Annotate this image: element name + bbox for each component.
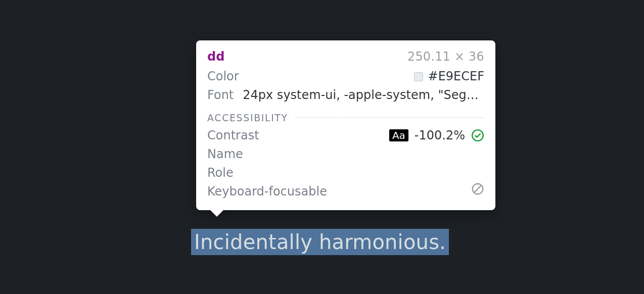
color-value: #E9ECEF	[414, 67, 484, 86]
svg-line-2	[474, 185, 481, 192]
color-swatch-icon	[414, 72, 423, 81]
svg-point-0	[472, 130, 483, 141]
color-label: Color	[207, 67, 239, 86]
acc-name-label: Name	[207, 145, 243, 164]
not-allowed-icon	[471, 182, 484, 195]
divider	[295, 117, 484, 118]
element-inspect-tooltip: dd 250.11 × 36 Color #E9ECEF Font 24px s…	[196, 40, 495, 210]
acc-role-label: Role	[207, 164, 234, 182]
element-dimensions: 250.11 × 36	[407, 47, 484, 66]
check-circle-icon	[471, 129, 484, 142]
element-tag-name: dd	[207, 47, 224, 66]
font-label: Font	[207, 86, 234, 105]
keyboard-focusable-label: Keyboard-focusable	[207, 182, 327, 201]
contrast-label: Contrast	[207, 126, 259, 145]
font-value: 24px system-ui, -apple-system, "Segoe…	[243, 86, 484, 105]
contrast-sample-icon: Aa	[389, 129, 408, 141]
keyboard-focusable-value	[471, 182, 484, 201]
accessibility-section-title: ACCESSIBILITY	[207, 112, 288, 123]
color-hex: #E9ECEF	[428, 67, 484, 86]
inspected-text: Incidentally harmonious.	[191, 229, 449, 255]
contrast-value: -100.2%	[415, 126, 465, 145]
